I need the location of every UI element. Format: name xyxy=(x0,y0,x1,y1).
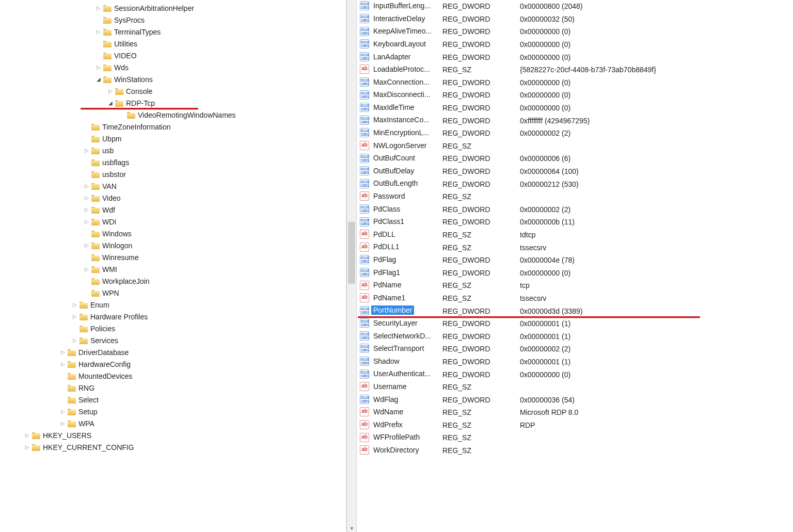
expand-icon[interactable]: ▷ xyxy=(83,266,90,273)
value-name-cell[interactable]: PdFlag1 xyxy=(357,266,442,279)
expand-icon[interactable]: ▷ xyxy=(83,206,90,214)
expand-icon[interactable]: ▷ xyxy=(71,313,78,320)
tree-item[interactable]: ▷VAN xyxy=(0,180,346,192)
registry-value-row[interactable]: NWLogonServerREG_SZ xyxy=(357,140,793,153)
registry-value-row[interactable]: PdFlag1REG_DWORD0x00000000 (0) xyxy=(357,266,793,279)
registry-value-row[interactable]: PdDLL1REG_SZtssecsrv xyxy=(357,241,793,254)
registry-value-row[interactable]: WdFlagREG_DWORD0x00000036 (54) xyxy=(357,393,793,406)
expand-icon[interactable]: ▷ xyxy=(59,408,67,415)
tree-item[interactable]: ·RNG xyxy=(0,382,346,394)
registry-value-row[interactable]: KeepAliveTimeo...REG_DWORD0x00000000 (0) xyxy=(357,25,793,38)
value-name-cell[interactable]: WorkDirectory xyxy=(357,444,442,457)
tree-item[interactable]: ▷HKEY_CURRENT_CONFIG xyxy=(0,441,346,453)
registry-value-row[interactable]: WdNameREG_SZMicrosoft RDP 8.0 xyxy=(357,406,793,419)
value-name-cell[interactable]: LanAdapter xyxy=(357,51,442,63)
value-name-cell[interactable]: NWLogonServer xyxy=(357,140,442,153)
tree-item[interactable]: ▷WPA xyxy=(0,417,346,429)
value-name-cell[interactable]: PdClass xyxy=(357,203,442,216)
registry-value-row[interactable]: KeyboardLayoutREG_DWORD0x00000000 (0) xyxy=(357,38,793,51)
registry-value-row[interactable]: SelectTransportREG_DWORD0x00000002 (2) xyxy=(357,343,793,356)
registry-value-row[interactable]: InputBufferLeng...REG_DWORD0x00000800 (2… xyxy=(357,0,793,13)
expand-icon[interactable]: ▷ xyxy=(95,28,102,36)
expand-icon[interactable]: ▷ xyxy=(107,88,114,95)
registry-value-row[interactable]: UsernameREG_SZ xyxy=(357,381,793,394)
value-name-cell[interactable]: Username xyxy=(357,381,442,394)
tree-item[interactable]: ◢WinStations xyxy=(0,73,346,85)
registry-value-row[interactable]: WdPrefixREG_SZRDP xyxy=(357,419,793,432)
value-name-cell[interactable]: WFProfilePath xyxy=(357,431,442,444)
registry-value-row[interactable]: PortNumberREG_DWORD0x00000d3d (3389) xyxy=(357,304,793,317)
scrollbar-thumb[interactable] xyxy=(348,222,355,284)
tree-item[interactable]: ▷Wds xyxy=(0,61,346,73)
vertical-scrollbar[interactable]: ▾ xyxy=(346,0,357,532)
registry-value-row[interactable]: OutBufCountREG_DWORD0x00000006 (6) xyxy=(357,152,793,165)
registry-value-row[interactable]: PasswordREG_SZ xyxy=(357,190,793,203)
value-name-cell[interactable]: OutBufLength xyxy=(357,178,442,190)
tree-item[interactable]: ▷usb xyxy=(0,144,346,156)
expand-icon[interactable]: ▷ xyxy=(95,64,102,71)
registry-value-row[interactable]: LoadableProtoc...REG_SZ{5828227c-20cf-44… xyxy=(357,63,793,76)
tree-item[interactable]: ▷Console xyxy=(0,85,346,97)
registry-value-row[interactable]: PdFlagREG_DWORD0x0000004e (78) xyxy=(357,254,793,267)
expand-icon[interactable]: ▷ xyxy=(71,337,78,344)
tree-item[interactable]: ▷Winlogon xyxy=(0,239,346,251)
registry-values-pane[interactable]: InputBufferLeng...REG_DWORD0x00000800 (2… xyxy=(357,0,793,532)
tree-item[interactable]: ·SysProcs xyxy=(0,14,346,26)
tree-item[interactable]: ·WorkplaceJoin xyxy=(0,275,346,287)
tree-item[interactable]: ·usbflags xyxy=(0,156,346,168)
tree-item[interactable]: ▷WMI xyxy=(0,263,346,275)
expand-icon[interactable]: ▷ xyxy=(59,349,67,356)
value-name-cell[interactable]: PdName xyxy=(357,279,442,292)
tree-item[interactable]: ·usbstor xyxy=(0,168,346,180)
value-name-cell[interactable]: WdFlag xyxy=(357,393,442,406)
value-name-cell[interactable]: UserAuthenticat... xyxy=(357,368,442,381)
expand-icon[interactable]: ▷ xyxy=(24,432,31,439)
registry-value-row[interactable]: WFProfilePathREG_SZ xyxy=(357,431,793,444)
tree-item[interactable]: ▷HardwareConfig xyxy=(0,358,346,370)
registry-value-row[interactable]: LanAdapterREG_DWORD0x00000000 (0) xyxy=(357,51,793,63)
expand-icon[interactable]: ▷ xyxy=(59,420,67,427)
tree-item[interactable]: ▷DriverDatabase xyxy=(0,346,346,358)
value-name-cell[interactable]: MaxDisconnecti... xyxy=(357,89,442,102)
registry-value-row[interactable]: UserAuthenticat...REG_DWORD0x00000000 (0… xyxy=(357,368,793,381)
registry-value-row[interactable]: PdDLLREG_SZtdtcp xyxy=(357,229,793,241)
tree-item[interactable]: ·VIDEO xyxy=(0,50,346,61)
tree-item[interactable]: ·VideoRemotingWindowNames xyxy=(0,109,346,121)
registry-value-row[interactable]: ShadowREG_DWORD0x00000001 (1) xyxy=(357,356,793,368)
registry-value-row[interactable]: OutBufDelayREG_DWORD0x00000064 (100) xyxy=(357,165,793,178)
value-name-cell[interactable]: MaxConnection... xyxy=(357,76,442,89)
tree-item[interactable]: ▷WDI xyxy=(0,216,346,228)
tree-item[interactable]: ▷HKEY_USERS xyxy=(0,429,346,441)
collapse-icon[interactable]: ◢ xyxy=(95,76,102,83)
value-name-cell[interactable]: PdDLL xyxy=(357,229,442,241)
registry-value-row[interactable]: PdClass1REG_DWORD0x0000000b (11) xyxy=(357,216,793,229)
tree-item[interactable]: ·Utilities xyxy=(0,38,346,50)
tree-item[interactable]: ·Ubpm xyxy=(0,133,346,144)
registry-value-row[interactable]: MaxIdleTimeREG_DWORD0x00000000 (0) xyxy=(357,102,793,115)
value-name-cell[interactable]: MinEncryptionL... xyxy=(357,127,442,140)
value-name-cell[interactable]: InteractiveDelay xyxy=(357,13,442,26)
value-name-cell[interactable]: SelectTransport xyxy=(357,343,442,356)
tree-item[interactable]: ▷SessionArbitrationHelper xyxy=(0,2,346,14)
value-name-cell[interactable]: WdPrefix xyxy=(357,419,442,432)
expand-icon[interactable]: ▷ xyxy=(83,147,90,154)
registry-value-row[interactable]: PdNameREG_SZtcp xyxy=(357,279,793,292)
tree-item[interactable]: ▷Services xyxy=(0,334,346,346)
value-name-cell[interactable]: PdDLL1 xyxy=(357,241,442,254)
value-name-cell[interactable]: WdName xyxy=(357,406,442,419)
expand-icon[interactable]: ▷ xyxy=(83,195,90,202)
value-name-cell[interactable]: PdName1 xyxy=(357,292,442,305)
tree-item[interactable]: ▷Wdf xyxy=(0,204,346,216)
registry-value-row[interactable]: SecurityLayerREG_DWORD0x00000001 (1) xyxy=(357,317,793,330)
value-name-cell[interactable]: KeyboardLayout xyxy=(357,38,442,51)
tree-item[interactable]: ·TimeZoneInformation xyxy=(0,121,346,133)
expand-icon[interactable]: ▷ xyxy=(83,218,90,225)
value-name-cell[interactable]: Password xyxy=(357,190,442,203)
value-name-cell[interactable]: PdClass1 xyxy=(357,216,442,229)
value-name-cell[interactable]: KeepAliveTimeo... xyxy=(357,25,442,38)
registry-value-row[interactable]: SelectNetworkD...REG_DWORD0x00000001 (1) xyxy=(357,330,793,343)
expand-icon[interactable]: ▷ xyxy=(24,444,31,451)
registry-value-row[interactable]: MaxInstanceCo...REG_DWORD0xffffffff (429… xyxy=(357,114,793,127)
tree-item[interactable]: ▷Video xyxy=(0,192,346,204)
registry-value-row[interactable]: PdClassREG_DWORD0x00000002 (2) xyxy=(357,203,793,216)
